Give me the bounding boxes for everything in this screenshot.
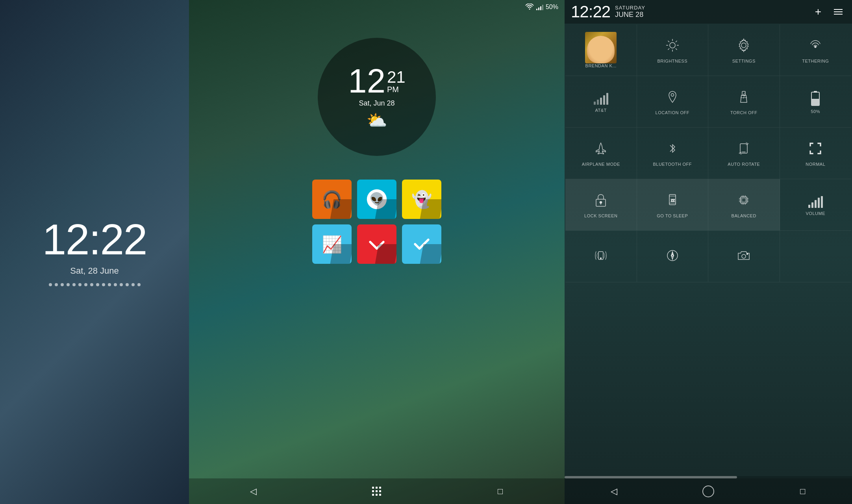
dot-5 bbox=[72, 283, 76, 286]
volume-tile[interactable]: VOLUME bbox=[780, 179, 852, 230]
location-label: LOCATION OFF bbox=[656, 110, 689, 115]
svg-point-43 bbox=[600, 258, 602, 259]
dot-15 bbox=[132, 283, 135, 286]
normal-icon bbox=[808, 141, 822, 159]
att-label: AT&T bbox=[595, 108, 607, 113]
volume-icon bbox=[808, 195, 823, 208]
svg-point-16 bbox=[671, 94, 674, 96]
widget-time: 12 21 PM bbox=[348, 64, 405, 98]
att-tile[interactable]: AT&T bbox=[565, 76, 637, 127]
battery-tile[interactable]: 50% bbox=[780, 76, 852, 127]
autorotate-icon bbox=[737, 141, 751, 159]
app-headphones[interactable]: 🎧 bbox=[312, 180, 352, 219]
profile-name: BRENDAN K... bbox=[585, 63, 617, 68]
balanced-tile[interactable]: BALANCED bbox=[708, 179, 780, 230]
profile-face bbox=[587, 36, 615, 63]
airplane-icon bbox=[594, 141, 608, 159]
widget-hour: 12 bbox=[348, 64, 385, 98]
settings-tile[interactable]: SETTINGS bbox=[708, 24, 780, 76]
notif-recent-button[interactable]: □ bbox=[793, 482, 813, 501]
svg-text:👽: 👽 bbox=[369, 192, 385, 206]
widget-ampm: PM bbox=[387, 85, 406, 93]
tiles-row-4 bbox=[565, 231, 851, 282]
menu-line-3 bbox=[834, 14, 843, 15]
dot-3 bbox=[61, 283, 64, 286]
dot-7 bbox=[84, 283, 87, 286]
balanced-label: BALANCED bbox=[732, 213, 756, 218]
bluetooth-label: BLUETOOTH OFF bbox=[653, 162, 692, 167]
widget-min: 21 bbox=[387, 69, 406, 85]
dot-2 bbox=[55, 283, 58, 286]
tiles-row-2: AIRPLANE MODE BLUETOOTH OFF bbox=[565, 128, 851, 179]
svg-point-46 bbox=[747, 254, 748, 255]
lockscreen-tile[interactable]: LOCK SCREEN bbox=[565, 179, 637, 230]
location-icon bbox=[665, 90, 680, 107]
dot-6 bbox=[78, 283, 81, 286]
svg-rect-29 bbox=[742, 198, 746, 202]
back-button[interactable]: ◁ bbox=[243, 482, 263, 501]
location-tile[interactable]: LOCATION OFF bbox=[637, 76, 709, 127]
home-button[interactable] bbox=[372, 487, 382, 496]
torch-label: TORCH OFF bbox=[730, 110, 757, 115]
svg-rect-28 bbox=[741, 197, 747, 203]
tiles-row-3: LOCK SCREEN zz GO TO SLEEP bbox=[565, 179, 851, 231]
normal-tile[interactable]: NORMAL bbox=[780, 128, 852, 179]
widget-date: Sat, Jun 28 bbox=[359, 99, 395, 107]
battery-icon bbox=[811, 91, 820, 106]
svg-point-45 bbox=[742, 254, 746, 258]
sleep-icon: zz bbox=[665, 193, 680, 210]
app-grid: 🎧 👽 👻 📈 bbox=[312, 180, 441, 264]
signal-bars-icon bbox=[536, 4, 543, 10]
recent-button[interactable]: □ bbox=[491, 482, 510, 501]
dot-14 bbox=[126, 283, 129, 286]
vibrate-icon bbox=[594, 248, 608, 266]
tiles-row-1: AT&T LOCATION OFF bbox=[565, 76, 851, 128]
dot-1 bbox=[49, 283, 52, 286]
bluetooth-tile[interactable]: BLUETOOTH OFF bbox=[637, 128, 709, 179]
camera-tile[interactable] bbox=[708, 231, 780, 282]
torch-icon bbox=[737, 90, 751, 107]
autorotate-label: AUTO ROTATE bbox=[728, 162, 760, 167]
notif-home-button[interactable] bbox=[702, 485, 714, 497]
empty-tile-4 bbox=[780, 231, 852, 282]
vibrate-tile[interactable] bbox=[565, 231, 637, 282]
home-screen: 50% 12 21 PM Sat, Jun 28 ⛅ 🎧 👽 👻 bbox=[189, 0, 565, 504]
tiles-row-0: BRENDAN K... bbox=[565, 24, 851, 76]
att-icon bbox=[594, 92, 608, 105]
app-tasks[interactable] bbox=[402, 224, 441, 264]
app-stocks[interactable]: 📈 bbox=[312, 224, 352, 264]
autorotate-tile[interactable]: AUTO ROTATE bbox=[708, 128, 780, 179]
dot-4 bbox=[67, 283, 70, 286]
notif-date-block: SATURDAY JUNE 28 bbox=[615, 5, 645, 19]
notif-back-button[interactable]: ◁ bbox=[604, 482, 624, 501]
navigation-tile[interactable] bbox=[637, 231, 709, 282]
dot-12 bbox=[114, 283, 117, 286]
dot-16 bbox=[137, 283, 141, 286]
airplane-tile[interactable]: AIRPLANE MODE bbox=[565, 128, 637, 179]
battery-percent: 50% bbox=[546, 4, 558, 11]
sleep-tile[interactable]: zz GO TO SLEEP bbox=[637, 179, 709, 230]
volume-label: VOLUME bbox=[806, 211, 825, 216]
app-pocket[interactable] bbox=[357, 224, 396, 264]
add-tile-button[interactable]: + bbox=[810, 4, 826, 20]
app-reddit[interactable]: 👽 bbox=[357, 180, 396, 219]
tethering-tile[interactable]: TETHERING bbox=[780, 24, 852, 76]
brightness-tile[interactable]: BRIGHTNESS bbox=[637, 24, 709, 76]
airplane-label: AIRPLANE MODE bbox=[582, 162, 620, 167]
scroll-thumb bbox=[565, 476, 737, 478]
balanced-icon bbox=[737, 193, 751, 210]
app-snapchat[interactable]: 👻 bbox=[402, 180, 441, 219]
svg-line-11 bbox=[676, 48, 677, 50]
profile-tile[interactable]: BRENDAN K... bbox=[565, 24, 637, 76]
svg-line-10 bbox=[668, 41, 669, 43]
torch-tile[interactable]: TORCH OFF bbox=[708, 76, 780, 127]
brightness-icon bbox=[665, 38, 680, 56]
menu-button[interactable] bbox=[831, 6, 846, 18]
svg-point-5 bbox=[670, 43, 675, 48]
notif-time: 12:22 bbox=[571, 2, 610, 21]
lock-dots bbox=[49, 283, 141, 286]
camera-icon bbox=[737, 248, 751, 266]
svg-point-14 bbox=[741, 43, 746, 48]
home-nav-bar: ◁ □ bbox=[189, 478, 565, 504]
lock-time: 12:22 bbox=[42, 218, 146, 261]
